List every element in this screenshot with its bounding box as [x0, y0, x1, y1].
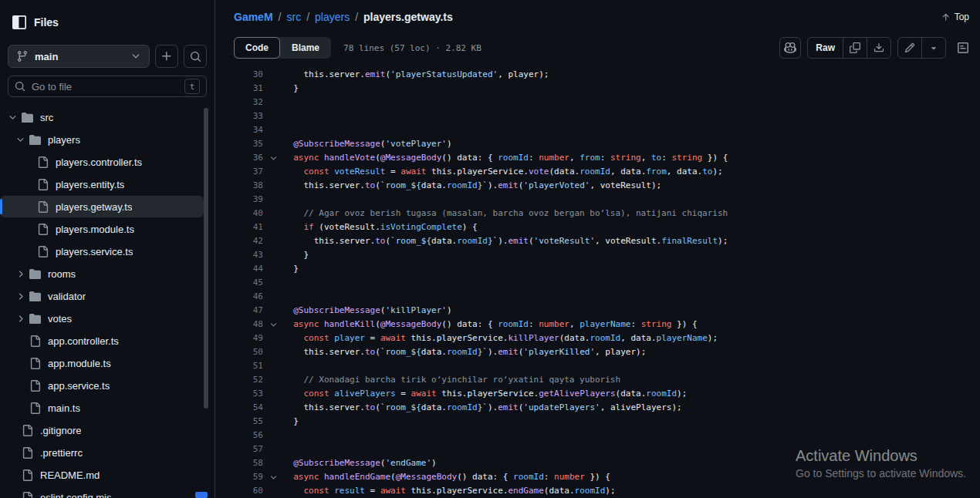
- shortcut-key-hint: t: [184, 79, 200, 94]
- line-number[interactable]: 41: [215, 220, 263, 234]
- tree-folder-src[interactable]: src: [0, 106, 204, 128]
- file-toolbar: Code Blame 78 lines (57 loc) · 2.82 KB R…: [215, 34, 980, 66]
- fold-chevron-icon[interactable]: [263, 470, 283, 484]
- line-number[interactable]: 50: [215, 345, 263, 359]
- line-number[interactable]: 46: [215, 290, 263, 304]
- file-icon: [29, 335, 42, 347]
- line-number[interactable]: 33: [215, 109, 263, 123]
- fold-chevron-icon[interactable]: [263, 318, 283, 331]
- line-number[interactable]: 53: [215, 387, 263, 401]
- tree-folder-players[interactable]: players: [0, 129, 204, 150]
- line-number[interactable]: 54: [215, 401, 263, 415]
- tree-file-app.module.ts[interactable]: app.module.ts: [0, 352, 204, 374]
- code-text: this.server.emit('playerStatusUpdated', …: [283, 68, 549, 82]
- line-number[interactable]: 40: [215, 207, 263, 220]
- go-to-file-box[interactable]: t: [8, 76, 207, 97]
- line-number[interactable]: 59: [215, 470, 263, 484]
- code-text: }: [283, 248, 309, 262]
- line-number[interactable]: 58: [215, 456, 263, 470]
- branch-selector-button[interactable]: main: [8, 45, 150, 68]
- tree-file-players.entity.ts[interactable]: players.entity.ts: [0, 173, 204, 195]
- code-text: this.server.to(`room_${data.roomId}`).em…: [283, 179, 661, 193]
- search-repository-button[interactable]: [184, 45, 207, 68]
- breadcrumb-separator: /: [279, 11, 282, 23]
- tree-file-players.controller.ts[interactable]: players.controller.ts: [0, 151, 204, 173]
- line-number[interactable]: 55: [215, 415, 263, 429]
- code-text: }: [283, 415, 299, 429]
- breadcrumb-dir-link-src[interactable]: src: [286, 11, 301, 23]
- code-text: @SubscribeMessage('votePlayer'): [283, 137, 452, 151]
- line-number[interactable]: 38: [215, 179, 263, 193]
- add-file-button[interactable]: [155, 45, 178, 68]
- code-text: const voteResult = await this.playerServ…: [283, 165, 723, 179]
- line-number[interactable]: 31: [215, 82, 263, 96]
- tab-blame[interactable]: Blame: [280, 37, 331, 59]
- copy-raw-content-button[interactable]: [843, 38, 867, 58]
- tree-file-app.controller.ts[interactable]: app.controller.ts: [0, 330, 204, 352]
- breadcrumb-separator: /: [306, 11, 309, 23]
- folder-icon: [22, 111, 34, 123]
- breadcrumb-dir-link-players[interactable]: players: [315, 11, 350, 23]
- line-number[interactable]: 35: [215, 137, 263, 151]
- raw-button[interactable]: Raw: [808, 38, 843, 58]
- line-number[interactable]: 32: [215, 96, 263, 109]
- tab-code[interactable]: Code: [234, 37, 280, 59]
- line-number[interactable]: 36: [215, 151, 263, 165]
- sidebar-scrollbar[interactable]: [204, 108, 208, 409]
- file-icon: [22, 469, 34, 481]
- line-number[interactable]: 37: [215, 165, 263, 179]
- line-number[interactable]: 56: [215, 429, 263, 442]
- chevron-spacer: [14, 357, 26, 369]
- line-number[interactable]: 49: [215, 331, 263, 345]
- back-to-top-button[interactable]: Top: [941, 12, 969, 22]
- chevron-spacer: [22, 178, 34, 190]
- sidebar-scrollbar-corner[interactable]: [195, 492, 208, 498]
- tree-file-main.ts[interactable]: main.ts: [0, 397, 204, 419]
- line-number[interactable]: 44: [215, 262, 263, 276]
- line-number[interactable]: 52: [215, 373, 263, 387]
- line-number[interactable]: 57: [215, 442, 263, 456]
- tree-file-players.service.ts[interactable]: players.service.ts: [0, 241, 204, 262]
- code-line: 40 // Agar ovoz berish tugasa (masalan, …: [215, 207, 980, 220]
- fold-chevron-icon[interactable]: [263, 151, 283, 165]
- line-number[interactable]: 34: [215, 123, 263, 137]
- code-line: 45: [215, 276, 980, 290]
- collapse-file-tree-button[interactable]: [12, 15, 26, 29]
- file-icon: [37, 178, 49, 190]
- code-text: const alivePlayers = await this.playerSe…: [283, 387, 687, 401]
- tree-item-label: app.module.ts: [48, 358, 111, 369]
- copilot-button[interactable]: [779, 37, 801, 59]
- code-line: 48 async handleKill(@MessageBody() data:…: [215, 318, 980, 331]
- edit-dropdown-button[interactable]: [921, 38, 945, 58]
- fold-spacer: [263, 248, 283, 262]
- line-number[interactable]: 51: [215, 359, 263, 373]
- tree-file-eslint.config.mjs[interactable]: eslint.config.mjs: [0, 486, 204, 498]
- tree-file-.prettierrc[interactable]: .prettierrc: [0, 442, 204, 463]
- download-raw-file-button[interactable]: [867, 38, 890, 58]
- code-line: 58 @SubscribeMessage('endGame'): [215, 456, 980, 470]
- panel-left-icon: [12, 15, 26, 29]
- breadcrumb-repo-link[interactable]: GameM: [234, 11, 273, 23]
- line-number[interactable]: 48: [215, 318, 263, 331]
- tree-file-players.module.ts[interactable]: players.module.ts: [0, 218, 204, 240]
- tree-folder-validator[interactable]: validator: [0, 285, 204, 307]
- line-number[interactable]: 39: [215, 193, 263, 207]
- tree-file-app.service.ts[interactable]: app.service.ts: [0, 375, 204, 396]
- line-number[interactable]: 42: [215, 234, 263, 248]
- symbols-panel-button[interactable]: [952, 37, 974, 59]
- tree-file-players.getway.ts[interactable]: players.getway.ts: [0, 196, 204, 217]
- tree-file-.gitignore[interactable]: .gitignore: [0, 419, 204, 441]
- tree-item-label: players.getway.ts: [56, 201, 132, 213]
- edit-file-button[interactable]: [898, 38, 921, 58]
- github-code-view: Files main: [0, 0, 980, 498]
- tree-folder-rooms[interactable]: rooms: [0, 263, 204, 284]
- go-to-file-input[interactable]: [32, 81, 178, 93]
- tree-file-README.md[interactable]: README.md: [0, 464, 204, 486]
- line-number[interactable]: 43: [215, 248, 263, 262]
- line-number[interactable]: 60: [215, 484, 263, 498]
- line-number[interactable]: 45: [215, 276, 263, 290]
- code-line: 46: [215, 290, 980, 304]
- line-number[interactable]: 30: [215, 68, 263, 82]
- line-number[interactable]: 47: [215, 304, 263, 318]
- tree-folder-votes[interactable]: votes: [0, 308, 204, 329]
